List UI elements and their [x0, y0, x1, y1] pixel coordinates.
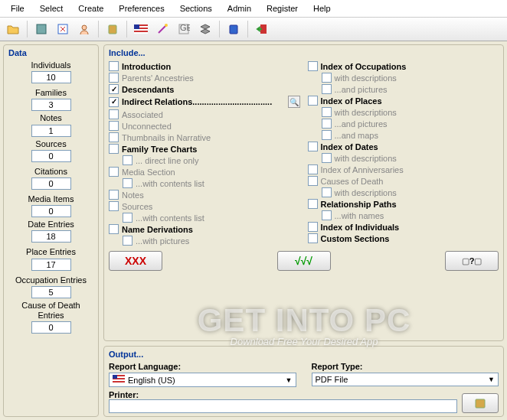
checkbox[interactable] — [308, 142, 318, 151]
data-value-input[interactable] — [31, 150, 71, 162]
checkbox[interactable] — [308, 222, 318, 232]
checkbox[interactable] — [109, 121, 119, 131]
checkbox-row[interactable]: Relationship Paths — [308, 198, 499, 210]
checkbox[interactable] — [322, 187, 332, 197]
checkbox[interactable] — [322, 73, 332, 83]
checkbox-row[interactable]: Family Tree Charts — [109, 143, 300, 155]
layers-icon[interactable] — [195, 19, 215, 39]
checkbox-row[interactable]: Unconnected — [109, 120, 300, 132]
checkbox-row[interactable]: Custom Sections — [308, 233, 499, 244]
checkbox-row[interactable]: ...with names — [308, 210, 499, 221]
checkbox-row[interactable]: ...with contents list — [109, 212, 300, 223]
flag-us-icon[interactable] — [131, 19, 151, 39]
data-value-input[interactable] — [31, 99, 71, 111]
checkbox[interactable] — [322, 119, 332, 129]
generate-button[interactable] — [462, 393, 499, 413]
checkbox-row[interactable]: Causes of Death — [308, 175, 499, 187]
checkbox-row[interactable]: Associated — [109, 109, 300, 120]
tool-icon-2[interactable] — [53, 19, 73, 39]
data-value-input[interactable] — [31, 205, 71, 217]
checkbox[interactable] — [123, 236, 132, 246]
checkbox-row[interactable]: Thumbnails in Narrative — [109, 132, 300, 143]
checkbox-row[interactable]: Introduction — [109, 60, 300, 72]
checkbox[interactable] — [322, 210, 332, 220]
checkbox-row[interactable]: Indirect Relations......................… — [109, 95, 300, 109]
checkbox-row[interactable]: Media Section — [109, 166, 300, 177]
checkbox-row[interactable]: ...with pictures — [109, 235, 300, 246]
checkbox-row[interactable]: Index of Occupations — [308, 60, 499, 72]
menu-file[interactable]: File — [3, 2, 32, 15]
data-value-input[interactable] — [31, 259, 71, 271]
checkbox[interactable] — [109, 190, 119, 200]
checkbox-row[interactable]: Parents' Ancestries — [109, 72, 300, 83]
checkbox[interactable] — [322, 107, 332, 117]
person-icon[interactable] — [74, 19, 94, 39]
ged-icon[interactable]: GED — [174, 19, 194, 39]
checkbox-row[interactable]: ... direct line only — [109, 155, 300, 166]
checkbox[interactable] — [322, 84, 332, 94]
checkbox-row[interactable]: Name Derivations — [109, 223, 300, 235]
magnify-icon[interactable]: 🔍 — [288, 96, 300, 108]
checkbox[interactable] — [123, 178, 132, 188]
menu-help[interactable]: Help — [306, 2, 339, 15]
printer-input[interactable] — [109, 399, 457, 413]
checkbox[interactable] — [123, 213, 132, 223]
menu-select[interactable]: Select — [32, 2, 71, 15]
menu-sections[interactable]: Sections — [172, 2, 220, 15]
checkbox-row[interactable]: ...and pictures — [308, 83, 499, 95]
checkbox-row[interactable]: Index of Individuals — [308, 221, 499, 233]
checkbox-row[interactable]: Index of Dates — [308, 141, 499, 152]
report-type-select[interactable]: PDF File ▼ — [312, 373, 499, 386]
select-all-button[interactable]: √√√ — [277, 251, 331, 271]
tool-icon-1[interactable] — [31, 19, 51, 39]
checkbox[interactable] — [308, 96, 318, 106]
checkbox[interactable] — [109, 97, 119, 107]
menu-admin[interactable]: Admin — [220, 2, 259, 15]
checkbox[interactable] — [308, 164, 318, 174]
checkbox[interactable] — [322, 153, 332, 163]
checkbox-row[interactable]: Index of Anniversaries — [308, 164, 499, 175]
checkbox[interactable] — [109, 224, 119, 234]
checkbox[interactable] — [322, 130, 332, 140]
checkbox[interactable] — [109, 109, 119, 119]
checkbox[interactable] — [109, 201, 119, 211]
checkbox-row[interactable]: ...and maps — [308, 129, 499, 141]
data-value-input[interactable] — [31, 177, 71, 190]
data-value-input[interactable] — [31, 230, 71, 243]
help-button[interactable]: ▢?▢ — [445, 251, 499, 271]
checkbox[interactable] — [109, 167, 119, 177]
book-icon[interactable] — [103, 19, 123, 39]
checkbox-row[interactable]: Descendants — [109, 83, 300, 95]
menu-create[interactable]: Create — [70, 2, 111, 15]
checkbox[interactable] — [308, 233, 318, 243]
checkbox[interactable] — [109, 132, 119, 142]
checkbox-row[interactable]: Index of Places — [308, 95, 499, 106]
menu-register[interactable]: Register — [259, 2, 306, 15]
data-value-input[interactable] — [31, 71, 71, 83]
checkbox[interactable] — [109, 84, 119, 94]
checkbox-row[interactable]: ...with contents list — [109, 177, 300, 189]
checkbox-row[interactable]: Sources — [109, 200, 300, 212]
checkbox[interactable] — [109, 73, 119, 83]
checkbox-row[interactable]: with descriptions — [308, 72, 499, 83]
checkbox[interactable] — [109, 144, 119, 154]
checkbox[interactable] — [308, 61, 318, 71]
data-value-input[interactable] — [31, 125, 71, 137]
checkbox[interactable] — [308, 176, 318, 186]
checkbox[interactable] — [123, 155, 132, 165]
language-select[interactable]: English (US) ▼ — [109, 373, 296, 387]
checkbox-row[interactable]: with descriptions — [308, 152, 499, 164]
open-icon[interactable] — [3, 19, 23, 39]
data-value-input[interactable] — [31, 321, 71, 334]
checkbox[interactable] — [109, 61, 119, 71]
checkbox[interactable] — [308, 199, 318, 209]
checkbox-row[interactable]: with descriptions — [308, 106, 499, 118]
exit-icon[interactable] — [252, 19, 272, 39]
clear-all-button[interactable]: XXX — [109, 251, 162, 271]
checkbox-row[interactable]: with descriptions — [308, 187, 499, 198]
data-value-input[interactable] — [31, 286, 71, 298]
menu-preferences[interactable]: Preferences — [111, 2, 172, 15]
wand-icon[interactable] — [152, 19, 172, 39]
help-book-icon[interactable] — [224, 19, 244, 39]
checkbox-row[interactable]: ...and pictures — [308, 118, 499, 129]
